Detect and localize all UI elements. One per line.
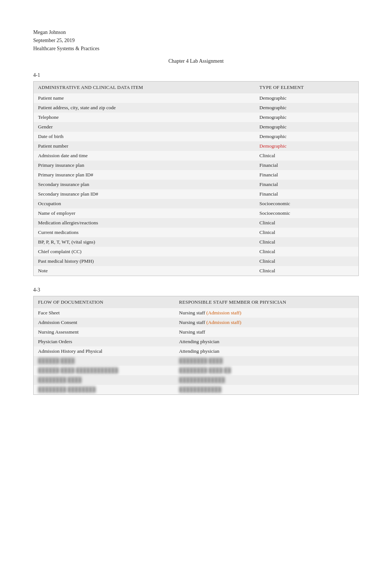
table-41-type-4: Demographic xyxy=(255,132,358,141)
table-43-item-3: Physician Orders xyxy=(34,337,175,346)
table-row: Physician OrdersAttending physician xyxy=(34,337,358,346)
table-row: Primary insurance planFinancial xyxy=(34,161,358,170)
table-41-item-13: Medication allergies/reactions xyxy=(34,218,255,228)
section-43-label: 4-3 xyxy=(33,287,359,293)
table-41-item-3: Gender xyxy=(34,122,255,132)
table-row: Chief complaint (CC)Clinical xyxy=(34,247,358,256)
table-row: Admission date and timeClinical xyxy=(34,151,358,161)
table-row: ██████ ████ ████████████████████ ████ ██ xyxy=(34,366,358,375)
table-43-item-6: ██████ ████ ████████████ xyxy=(34,366,175,375)
table-row: Admission History and PhysicalAttending … xyxy=(34,346,358,356)
table-41-item-11: Occupation xyxy=(34,199,255,208)
table-43-staff-2: Nursing staff xyxy=(175,327,358,337)
table-43-item-5: ██████ ████ xyxy=(34,356,175,366)
table-row: Name of employerSocioeconomic xyxy=(34,208,358,218)
table-41-item-4: Date of birth xyxy=(34,132,255,141)
table-41-col2-header: TYPE OF ELEMENT xyxy=(255,82,358,93)
table-row: ██████ ████████████ ████ xyxy=(34,356,358,366)
table-41-item-18: Note xyxy=(34,266,255,276)
table-43-staff-7: █████████████ xyxy=(175,375,358,385)
table-43-staff-0: Nursing staff (Admission staff) xyxy=(175,308,358,318)
section-41-label: 4-1 xyxy=(33,72,359,78)
table-43-item-7: ████████ ████ xyxy=(34,375,175,385)
table-41-type-16: Clinical xyxy=(255,247,358,256)
table-41-type-6: Clinical xyxy=(255,151,358,161)
table-41-type-1: Demographic xyxy=(255,103,358,113)
table-41-type-8: Financial xyxy=(255,170,358,180)
table-row: ████████ ████████████████████ xyxy=(34,385,358,394)
table-41-item-15: BP, P, R, T, WT, (vital signs) xyxy=(34,237,255,247)
table-41-item-2: Telephone xyxy=(34,113,255,122)
table-41-type-11: Socioeconomic xyxy=(255,199,358,208)
table-row: TelephoneDemographic xyxy=(34,113,358,122)
table-41-item-1: Patient address, city, state and zip cod… xyxy=(34,103,255,113)
table-41-item-14: Current medications xyxy=(34,228,255,237)
table-43-col1-header: FLOW OF DOCUMENTATION xyxy=(34,296,175,308)
page-title: Chapter 4 Lab Assignment xyxy=(33,58,359,64)
table-41-type-14: Clinical xyxy=(255,228,358,237)
table-41-type-15: Clinical xyxy=(255,237,358,247)
table-41-item-5: Patient number xyxy=(34,141,255,151)
table-row: Date of birthDemographic xyxy=(34,132,358,141)
table-43-staff-8: ████████████ xyxy=(175,385,358,394)
table-41-item-0: Patient name xyxy=(34,93,255,103)
table-row: Patient nameDemographic xyxy=(34,93,358,103)
table-41-type-2: Demographic xyxy=(255,113,358,122)
table-row: ████████ █████████████████ xyxy=(34,375,358,385)
table-41-container: ADMINISTRATIVE AND CLINICAL DATA ITEM TY… xyxy=(33,81,359,276)
table-row: Patient address, city, state and zip cod… xyxy=(34,103,358,113)
table-41-type-18: Clinical xyxy=(255,266,358,276)
table-43-staff-4: Attending physician xyxy=(175,346,358,356)
table-41-type-0: Demographic xyxy=(255,93,358,103)
table-row: Secondary insurance planFinancial xyxy=(34,180,358,189)
table-43-container: FLOW OF DOCUMENTATION RESPONSIBLE STAFF … xyxy=(33,296,359,395)
table-43-item-8: ████████ ████████ xyxy=(34,385,175,394)
table-41: ADMINISTRATIVE AND CLINICAL DATA ITEM TY… xyxy=(34,82,358,276)
table-41-col1-header: ADMINISTRATIVE AND CLINICAL DATA ITEM xyxy=(34,82,255,93)
table-41-type-5: Demographic xyxy=(255,141,358,151)
section-43: 4-3 FLOW OF DOCUMENTATION RESPONSIBLE ST… xyxy=(33,287,359,395)
table-43-item-2: Nursing Assessment xyxy=(34,327,175,337)
student-course: Healthcare Systems & Practices xyxy=(33,46,359,52)
table-41-type-13: Clinical xyxy=(255,218,358,228)
table-row: NoteClinical xyxy=(34,266,358,276)
table-row: Face SheetNursing staff (Admission staff… xyxy=(34,308,358,318)
table-43-staff-5: ████████ ████ xyxy=(175,356,358,366)
student-date: September 25, 2019 xyxy=(33,38,359,44)
table-41-type-7: Financial xyxy=(255,161,358,170)
table-41-item-17: Past medical history (PMH) xyxy=(34,256,255,266)
table-43: FLOW OF DOCUMENTATION RESPONSIBLE STAFF … xyxy=(34,296,358,394)
table-43-header-row: FLOW OF DOCUMENTATION RESPONSIBLE STAFF … xyxy=(34,296,358,308)
table-row: Secondary insurance plan ID#Financial xyxy=(34,189,358,199)
student-name: Megan Johnson xyxy=(33,30,359,35)
table-43-item-1: Admission Consent xyxy=(34,318,175,327)
table-41-type-3: Demographic xyxy=(255,122,358,132)
table-41-type-17: Clinical xyxy=(255,256,358,266)
table-41-item-7: Primary insurance plan xyxy=(34,161,255,170)
table-row: Current medicationsClinical xyxy=(34,228,358,237)
table-row: Patient numberDemographic xyxy=(34,141,358,151)
table-43-staff-6: ████████ ████ ██ xyxy=(175,366,358,375)
table-41-type-10: Financial xyxy=(255,189,358,199)
table-41-item-6: Admission date and time xyxy=(34,151,255,161)
table-row: Medication allergies/reactionsClinical xyxy=(34,218,358,228)
table-row: Nursing AssessmentNursing staff xyxy=(34,327,358,337)
table-41-type-9: Financial xyxy=(255,180,358,189)
table-41-item-12: Name of employer xyxy=(34,208,255,218)
table-row: Admission ConsentNursing staff (Admissio… xyxy=(34,318,358,327)
table-row: OccupationSocioeconomic xyxy=(34,199,358,208)
table-41-item-9: Secondary insurance plan xyxy=(34,180,255,189)
table-43-item-4: Admission History and Physical xyxy=(34,346,175,356)
table-41-item-10: Secondary insurance plan ID# xyxy=(34,189,255,199)
table-43-item-0: Face Sheet xyxy=(34,308,175,318)
table-41-item-8: Primary insurance plan ID# xyxy=(34,170,255,180)
table-43-staff-1: Nursing staff (Admission staff) xyxy=(175,318,358,327)
table-43-col2-header: RESPONSIBLE STAFF MEMBER OR PHYSICIAN xyxy=(175,296,358,308)
table-41-item-16: Chief complaint (CC) xyxy=(34,247,255,256)
student-info: Megan Johnson September 25, 2019 Healthc… xyxy=(33,30,359,52)
table-row: GenderDemographic xyxy=(34,122,358,132)
table-41-type-12: Socioeconomic xyxy=(255,208,358,218)
table-41-header-row: ADMINISTRATIVE AND CLINICAL DATA ITEM TY… xyxy=(34,82,358,93)
table-43-staff-3: Attending physician xyxy=(175,337,358,346)
table-row: Past medical history (PMH)Clinical xyxy=(34,256,358,266)
